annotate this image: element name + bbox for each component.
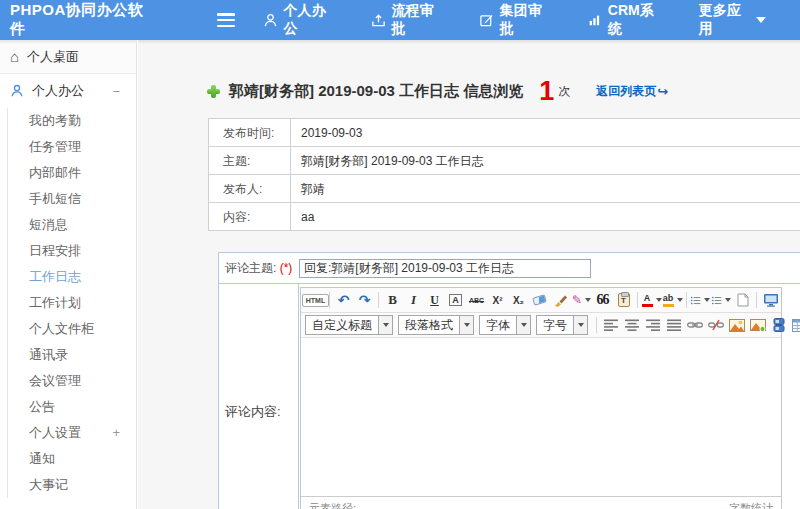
topbar: PHPOA协同办公软件 个人办公 流程审批 集团审批 — [0, 0, 800, 40]
chevron-down-icon — [725, 298, 731, 302]
font-color-button[interactable]: A — [642, 290, 661, 311]
char-border-button[interactable]: A — [446, 290, 465, 311]
divider — [637, 292, 638, 308]
editor-content-area[interactable] — [301, 338, 781, 496]
nav-personal-office[interactable]: 个人办公 — [263, 2, 337, 38]
sidebar-menu: 我的考勤 任务管理 内部邮件 手机短信 短消息 日程安排 工作日志 工作计划 个… — [7, 108, 136, 498]
insert-media-button[interactable] — [769, 315, 788, 336]
align-center-icon — [625, 319, 639, 331]
remove-format-button[interactable] — [530, 290, 549, 311]
superscript-button[interactable]: X² — [488, 290, 507, 311]
sidebar-item-short-message[interactable]: 短消息 — [29, 212, 136, 238]
menu-toggle-icon[interactable] — [217, 13, 235, 27]
unlink-icon — [708, 319, 724, 331]
table-row: 内容: aa — [209, 203, 800, 231]
expand-icon[interactable]: + — [112, 420, 120, 446]
collapse-icon[interactable]: − — [112, 84, 120, 99]
highlight-color-button[interactable]: ab — [663, 290, 682, 311]
row-label: 主题: — [209, 147, 291, 174]
blockquote-button[interactable]: 66 — [593, 290, 612, 311]
italic-button[interactable]: I — [404, 290, 423, 311]
insert-link-button[interactable] — [685, 315, 704, 336]
new-page-icon — [737, 293, 749, 307]
row-value: 2019-09-03 — [291, 119, 800, 146]
subscript-button[interactable]: X₂ — [509, 290, 528, 311]
sidebar-item-sms[interactable]: 手机短信 — [29, 186, 136, 212]
comment-subject-input[interactable] — [299, 259, 591, 278]
person-icon — [10, 84, 24, 98]
sidebar-item-milestones[interactable]: 大事记 — [29, 472, 136, 498]
image-icon — [729, 319, 745, 332]
sidebar-item-announcements[interactable]: 公告 — [29, 394, 136, 420]
required-mark: (*) — [280, 261, 293, 275]
screenshot-icon — [750, 319, 766, 332]
underline-button[interactable]: U — [425, 290, 444, 311]
align-right-button[interactable] — [643, 315, 662, 336]
nav-more-apps[interactable]: 更多应用 — [699, 2, 766, 38]
bold-button[interactable]: B — [383, 290, 402, 311]
row-label: 发布人: — [209, 175, 291, 202]
html-source-button[interactable]: HTML — [306, 290, 325, 311]
font-family-select[interactable]: 字体 — [479, 315, 531, 335]
nav-workflow-approval[interactable]: 流程审批 — [371, 2, 445, 38]
sidebar-item-work-log[interactable]: 工作日志 — [29, 264, 136, 290]
align-left-button[interactable] — [601, 315, 620, 336]
rich-text-editor: HTML ↶ ↷ B I U A ABC X² X₂ — [300, 287, 782, 509]
sidebar: ⌂ 个人桌面 个人办公 − 我的考勤 任务管理 内部邮件 手机短信 短消息 日程… — [0, 40, 137, 509]
nav-crm-system[interactable]: CRM系统 — [587, 2, 665, 38]
sidebar-item-meetings[interactable]: 会议管理 — [29, 368, 136, 394]
format-painter-button[interactable] — [551, 290, 570, 311]
font-size-select[interactable]: 字号 — [536, 315, 588, 335]
ordered-list-icon — [691, 294, 701, 307]
table-row: 发布时间: 2019-09-03 — [209, 119, 800, 147]
sidebar-item-tasks[interactable]: 任务管理 — [29, 134, 136, 160]
paste-plain-button[interactable]: T — [614, 290, 633, 311]
row-value: 郭靖[财务部] 2019-09-03 工作日志 — [291, 147, 800, 174]
sidebar-item-work-plan[interactable]: 工作计划 — [29, 290, 136, 316]
sidebar-item-settings[interactable]: 个人设置 + — [29, 420, 136, 446]
sidebar-item-contacts[interactable]: 通讯录 — [29, 342, 136, 368]
auto-typeset-button[interactable]: ✎ — [572, 290, 591, 311]
sidebar-desktop-label: 个人桌面 — [27, 48, 79, 66]
sidebar-item-attendance[interactable]: 我的考勤 — [29, 108, 136, 134]
ordered-list-button[interactable] — [691, 290, 710, 311]
add-icon — [207, 85, 220, 98]
redo-button[interactable]: ↷ — [355, 290, 374, 311]
font-color-icon: A — [642, 294, 653, 307]
sidebar-item-file-cabinet[interactable]: 个人文件柜 — [29, 316, 136, 342]
sidebar-group-personal-office[interactable]: 个人办公 − — [0, 74, 136, 108]
comment-subject-row: 评论主题: (*) — [219, 253, 800, 284]
nav-group-approval[interactable]: 集团审批 — [479, 2, 553, 38]
remove-link-button[interactable] — [706, 315, 725, 336]
sidebar-item-internal-mail[interactable]: 内部邮件 — [29, 160, 136, 186]
screenshot-button[interactable] — [748, 315, 767, 336]
table-row: 主题: 郭靖[财务部] 2019-09-03 工作日志 — [209, 147, 800, 175]
strikethrough-button[interactable]: ABC — [467, 290, 486, 311]
monitor-icon — [763, 293, 779, 307]
align-justify-icon — [667, 319, 681, 331]
view-count: 1 — [539, 78, 554, 105]
paragraph-format-select[interactable]: 段落格式 — [398, 315, 474, 335]
editor-toolbar-row2: 自定义标题 段落格式 字体 — [301, 313, 781, 338]
magic-pen-icon: ✎ — [572, 294, 582, 306]
align-justify-button[interactable] — [664, 315, 683, 336]
row-label: 发布时间: — [209, 119, 291, 146]
insert-image-button[interactable] — [727, 315, 746, 336]
sidebar-item-schedule[interactable]: 日程安排 — [29, 238, 136, 264]
fullscreen-button[interactable] — [761, 290, 780, 311]
sidebar-item-desktop[interactable]: ⌂ 个人桌面 — [0, 40, 136, 74]
sidebar-group-label: 个人办公 — [32, 82, 84, 100]
sidebar-item-notices[interactable]: 通知 — [29, 446, 136, 472]
insert-table-button[interactable] — [790, 315, 800, 336]
heading-style-select[interactable]: 自定义标题 — [305, 315, 393, 335]
unordered-list-button[interactable] — [712, 290, 731, 311]
undo-button[interactable]: ↶ — [334, 290, 353, 311]
divider — [378, 292, 379, 308]
chevron-down-icon — [378, 316, 392, 334]
back-to-list-link[interactable]: 返回列表页 ↪ — [596, 83, 668, 100]
nav-label: 更多应用 — [699, 2, 752, 38]
align-center-button[interactable] — [622, 315, 641, 336]
app-logo: PHPOA协同办公软件 — [10, 1, 155, 39]
new-document-button[interactable] — [733, 290, 752, 311]
link-icon — [687, 320, 703, 330]
